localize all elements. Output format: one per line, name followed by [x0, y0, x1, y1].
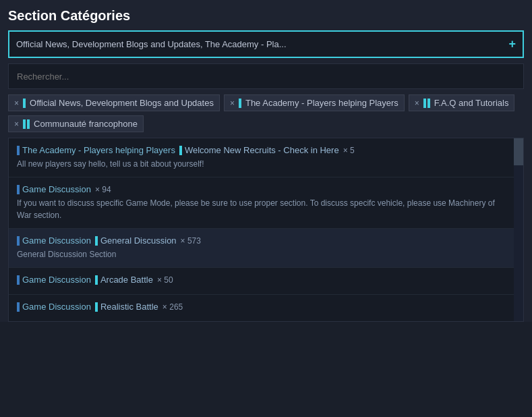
result-category: The Academy - Players helping Players: [17, 145, 175, 155]
result-category: Game Discussion: [17, 235, 91, 246]
remove-tag-communaute[interactable]: ×: [14, 119, 19, 129]
tag-bar-icon: [23, 99, 26, 108]
tag-official-news: × Official News, Development Blogs and U…: [8, 94, 220, 111]
remove-tag-official-news[interactable]: ×: [14, 99, 19, 108]
tag-label: Communauté francophone: [34, 119, 138, 129]
result-category: Game Discussion: [17, 275, 91, 285]
result-count: × 573: [181, 236, 201, 246]
scrollbar-track: [514, 138, 523, 321]
result-breadcrumb: Game Discussion General Discussion × 573: [17, 235, 506, 246]
add-category-button[interactable]: +: [508, 37, 516, 51]
subcategory-bar-icon: [95, 302, 98, 312]
result-description: All new players say hello, tell us a bit…: [17, 158, 506, 170]
result-count: × 5: [343, 146, 355, 155]
search-input[interactable]: [17, 72, 515, 82]
tag-label: F.A.Q and Tutorials: [434, 98, 509, 108]
category-bar-icon: [17, 236, 20, 246]
result-item[interactable]: Game Discussion × 94 If you want to disc…: [9, 177, 514, 229]
category-bar-icon: [17, 275, 20, 285]
result-subcategory: Arcade Battle: [95, 275, 153, 285]
result-breadcrumb: Game Discussion Realistic Battle × 265: [17, 302, 506, 312]
main-container: Section Catégories Official News, Develo…: [0, 0, 532, 322]
result-subcategory: Realistic Battle: [95, 302, 158, 312]
result-description: If you want to discuss specific Game Mod…: [17, 197, 506, 221]
category-bar-icon: [17, 302, 20, 312]
tag-the-academy: × The Academy - Players helping Players: [224, 94, 405, 111]
tag-double-bar-icon: [23, 119, 30, 129]
section-title: Section Catégories: [8, 8, 524, 24]
result-count: × 50: [157, 275, 173, 285]
tag-bar-icon: [239, 99, 241, 108]
scrollbar-thumb[interactable]: [514, 138, 523, 165]
tags-area: × Official News, Development Blogs and U…: [8, 94, 524, 132]
search-box: [8, 63, 524, 89]
result-item[interactable]: Game Discussion Arcade Battle × 50: [9, 268, 514, 295]
results-area: The Academy - Players helping Players We…: [8, 138, 524, 322]
tag-communaute: × Communauté francophone: [8, 115, 144, 132]
result-item[interactable]: The Academy - Players helping Players We…: [9, 138, 514, 177]
subcategory-bar-icon: [179, 146, 182, 155]
tag-label: The Academy - Players helping Players: [245, 98, 398, 108]
result-category: Game Discussion: [17, 184, 91, 194]
subcategory-bar-icon: [95, 236, 98, 246]
results-wrapper: The Academy - Players helping Players We…: [9, 138, 523, 321]
result-category: Game Discussion: [17, 302, 91, 312]
tag-faq: × F.A.Q and Tutorials: [409, 94, 515, 111]
result-count: × 265: [162, 302, 183, 312]
tag-double-bar-icon: [423, 99, 430, 108]
result-breadcrumb: Game Discussion × 94: [17, 184, 506, 194]
result-subcategory: Welcome New Recruits - Check in Here: [179, 145, 339, 155]
subcategory-bar-icon: [95, 275, 98, 285]
result-breadcrumb: The Academy - Players helping Players We…: [17, 145, 506, 155]
result-count: × 94: [95, 185, 111, 194]
result-item[interactable]: Game Discussion Realistic Battle × 265: [9, 295, 514, 321]
result-subcategory: General Discussion: [95, 235, 177, 246]
remove-tag-faq[interactable]: ×: [415, 99, 419, 108]
result-item[interactable]: Game Discussion General Discussion × 573…: [9, 229, 514, 268]
tag-label: Official News, Development Blogs and Upd…: [30, 98, 214, 108]
result-description: General Discussion Section: [17, 248, 506, 260]
remove-tag-the-academy[interactable]: ×: [230, 99, 235, 108]
result-breadcrumb: Game Discussion Arcade Battle × 50: [17, 275, 506, 285]
category-bar-icon: [17, 146, 20, 155]
dropdown-field[interactable]: Official News, Development Blogs and Upd…: [8, 30, 524, 58]
category-bar-icon: [17, 185, 20, 194]
dropdown-text: Official News, Development Blogs and Upd…: [16, 39, 503, 49]
